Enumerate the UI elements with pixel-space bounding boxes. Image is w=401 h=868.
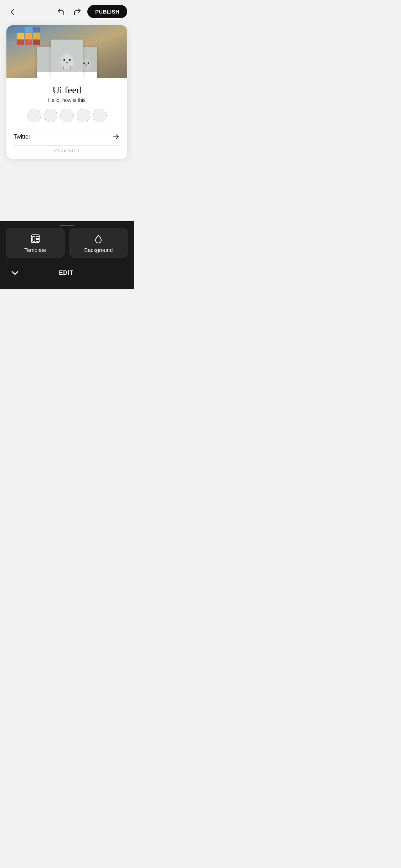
- card-subtitle: Hello, how is this: [14, 97, 120, 103]
- svg-rect-3: [36, 236, 39, 238]
- publish-button[interactable]: PUBLISH: [87, 5, 127, 18]
- twitter-link-label: Twitter: [14, 134, 30, 140]
- polaroid-main-caption: [51, 72, 83, 78]
- back-icon: [9, 8, 16, 16]
- template-icon: [30, 233, 41, 244]
- background-tab-label: Background: [84, 247, 113, 253]
- bottom-panel: Template Background EDIT: [0, 221, 134, 289]
- card-title: Ui feed: [14, 84, 120, 96]
- bottom-action-bar: EDIT: [0, 262, 134, 289]
- redo-icon: [73, 7, 82, 16]
- preview-card: Ui feed Hello, how is this Twitter: [6, 25, 127, 159]
- twitter-link-row[interactable]: Twitter: [14, 129, 120, 145]
- egg-leg-right: [70, 66, 71, 69]
- avatar-5: [93, 109, 107, 122]
- twitter-arrow-icon: [112, 133, 120, 141]
- avatar-4: [77, 109, 90, 122]
- template-tab-label: Template: [24, 247, 46, 253]
- avatar-2: [44, 109, 57, 122]
- svg-rect-2: [33, 236, 35, 241]
- top-bar-center: PUBLISH: [55, 5, 127, 18]
- drag-bar: [60, 225, 74, 226]
- back-button[interactable]: [6, 6, 19, 18]
- tab-row: Template Background: [0, 228, 134, 262]
- droplet-icon: [93, 233, 104, 244]
- undo-icon: [57, 7, 65, 16]
- egg-eye-right: [69, 59, 71, 61]
- egg-legs: [63, 66, 71, 69]
- polaroid-main: [51, 40, 83, 78]
- svg-rect-4: [36, 239, 39, 241]
- undo-button[interactable]: [55, 5, 67, 18]
- top-bar: PUBLISH: [0, 0, 134, 22]
- photo-area: [6, 25, 127, 78]
- avatar-3: [60, 109, 74, 122]
- redo-button[interactable]: [71, 5, 84, 18]
- made-with-label: MADE WITH: [14, 146, 120, 154]
- collapse-button[interactable]: [8, 266, 22, 280]
- egg-leg-left: [63, 66, 64, 69]
- edit-label: EDIT: [59, 269, 73, 277]
- tab-template[interactable]: Template: [6, 228, 65, 258]
- avatar-row: [14, 109, 120, 122]
- polaroid-row: [6, 36, 127, 78]
- egg-eye-left: [63, 59, 65, 61]
- chevron-down-icon: [10, 268, 20, 278]
- tab-background[interactable]: Background: [69, 228, 128, 258]
- preview-wrapper: Ui feed Hello, how is this Twitter: [0, 22, 134, 159]
- egg-beak: [66, 62, 68, 64]
- arrow-right-icon: [112, 133, 119, 140]
- drag-handle: [0, 221, 134, 228]
- card-body: Ui feed Hello, how is this Twitter: [6, 78, 127, 159]
- polaroid-main-photo: [51, 40, 83, 72]
- avatar-1: [27, 109, 41, 122]
- top-bar-left: [6, 6, 19, 18]
